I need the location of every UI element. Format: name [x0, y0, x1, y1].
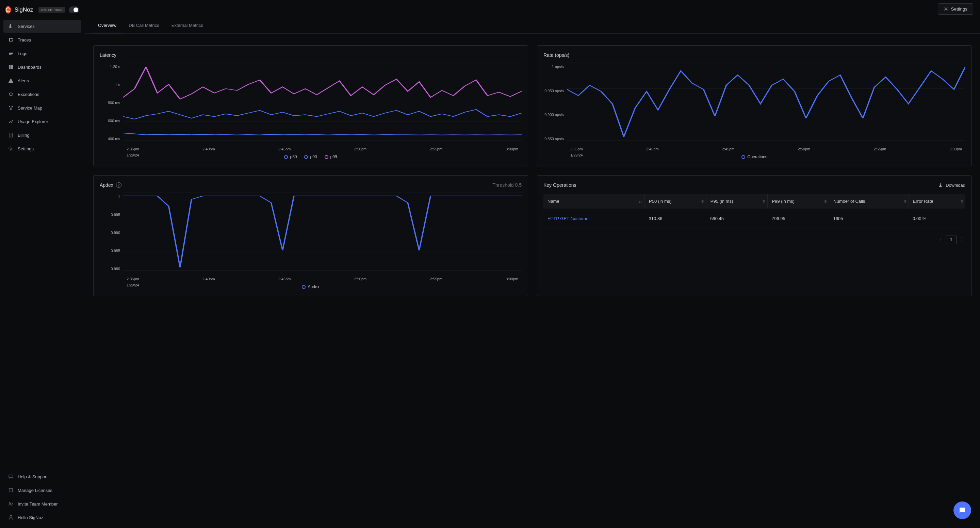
- pager: 〈 1 〉: [543, 235, 966, 244]
- sidebar-item-alerts[interactable]: Alerts: [3, 74, 81, 87]
- user-icon: [8, 515, 14, 520]
- legend-item-p90[interactable]: p90: [304, 154, 317, 159]
- col-p95[interactable]: P95 (in ms): [706, 194, 768, 208]
- col-calls[interactable]: Number of Calls: [829, 194, 908, 208]
- legend-item-apdex[interactable]: Apdex: [302, 285, 319, 289]
- sidebar-item-help[interactable]: Help & Support: [3, 470, 81, 483]
- panel-apdex: Apdex ? Threshold 0.5 10.9950.9900.9850.…: [93, 175, 528, 296]
- y-axis: 1.20 s1 s800 ms600 ms400 ms: [100, 63, 123, 151]
- chat-fab[interactable]: [953, 501, 971, 519]
- chart-icon: [8, 119, 14, 124]
- panel-title: Apdex: [100, 182, 113, 188]
- main: Settings Overview DB Call Metrics Extern…: [85, 0, 980, 528]
- cell-name[interactable]: HTTP GET /customer: [543, 208, 645, 229]
- col-p50[interactable]: P50 (in ms): [645, 194, 706, 208]
- panel-title: Key Operations: [543, 182, 576, 188]
- col-p99[interactable]: P99 (in ms): [768, 194, 829, 208]
- plot-area: 2:35pm2:40pm2:45pm2:50pm2:55pm3:00pm 1/2…: [566, 63, 966, 151]
- svg-point-5: [10, 148, 12, 150]
- plot-area: 2:35pm2:40pm2:45pm2:50pm2:55pm3:00pm 1/2…: [123, 63, 522, 151]
- tab-db-metrics[interactable]: DB Call Metrics: [123, 18, 165, 33]
- legend: Apdex: [100, 285, 522, 289]
- nav-label: Help & Support: [18, 474, 48, 479]
- pager-current[interactable]: 1: [946, 235, 956, 244]
- sidebar-item-exceptions[interactable]: Exceptions: [3, 88, 81, 101]
- legend-dot-icon: [325, 155, 328, 159]
- legend-item-p99[interactable]: p99: [325, 154, 337, 159]
- sidebar-item-traces[interactable]: Traces: [3, 33, 81, 46]
- legend-item-operations[interactable]: Operations: [741, 154, 767, 159]
- sidebar-item-billing[interactable]: Billing: [3, 129, 81, 142]
- legend: p50 p90 p99: [100, 154, 522, 159]
- col-error-rate[interactable]: Error Rate: [908, 194, 966, 208]
- bar-chart-icon: [8, 24, 14, 29]
- list-icon: [8, 51, 14, 56]
- legend-dot-icon: [284, 155, 288, 159]
- table-row[interactable]: HTTP GET /customer 310.86 590.45 796.95 …: [543, 208, 966, 229]
- x-axis: 2:35pm2:40pm2:45pm2:50pm2:55pm3:00pm: [567, 147, 966, 151]
- sidebar-item-services[interactable]: Services: [3, 20, 81, 33]
- search-icon[interactable]: [639, 199, 642, 204]
- panel-key-operations: Key Operations Download Name P50 (in ms)…: [537, 175, 972, 296]
- legend-dot-icon: [304, 155, 308, 159]
- chart-apdex[interactable]: 10.9950.9900.9850.980 2:35pm2:40pm2:45pm…: [100, 192, 522, 281]
- legend-label: p99: [331, 154, 337, 159]
- receipt-icon: [8, 132, 14, 138]
- sidebar-item-licenses[interactable]: Manage Licenses: [3, 484, 81, 497]
- legend-dot-icon: [741, 155, 745, 159]
- pager-prev[interactable]: 〈: [937, 237, 942, 243]
- x-axis: 2:35pm2:40pm2:45pm2:50pm2:55pm3:00pm: [123, 147, 522, 151]
- x-axis: 2:35pm2:40pm2:45pm2:50pm2:55pm3:00pm: [123, 277, 522, 281]
- panel-grid: Latency 1.20 s1 s800 ms600 ms400 ms 2:35…: [85, 34, 980, 308]
- tab-label: External Metrics: [172, 23, 203, 28]
- grid-icon: [8, 64, 14, 70]
- col-name[interactable]: Name: [543, 194, 645, 208]
- legend-label: p50: [290, 154, 297, 159]
- brand-name: SigNoz: [14, 6, 33, 13]
- x-date: 1/29/24: [570, 153, 583, 157]
- nav-label: Alerts: [18, 78, 29, 83]
- cell-err: 0.00 %: [908, 208, 966, 229]
- tab-overview[interactable]: Overview: [92, 18, 123, 33]
- download-button[interactable]: Download: [938, 183, 966, 188]
- sidebar-item-invite[interactable]: Invite Team Member: [3, 498, 81, 510]
- nav-label: Settings: [18, 146, 34, 151]
- bug-icon: [8, 92, 14, 97]
- help-icon[interactable]: ?: [116, 182, 121, 188]
- nav-label: Service Map: [18, 105, 42, 111]
- tab-external-metrics[interactable]: External Metrics: [165, 18, 209, 33]
- settings-button[interactable]: Settings: [938, 3, 973, 14]
- chart-latency[interactable]: 1.20 s1 s800 ms600 ms400 ms 2:35pm2:40pm…: [100, 63, 522, 151]
- sort-icon: [701, 198, 704, 204]
- legend-item-p50[interactable]: p50: [284, 154, 297, 159]
- chart-rate[interactable]: 1 ops/s0.950 ops/s0.900 ops/s0.850 ops/s…: [543, 63, 966, 151]
- download-label: Download: [946, 183, 966, 188]
- nav-label: Logs: [18, 51, 27, 56]
- legend-label: Operations: [747, 154, 767, 159]
- sidebar-item-usage-explorer[interactable]: Usage Explorer: [3, 115, 81, 128]
- nav-label: Invite Team Member: [18, 501, 58, 507]
- nav-label: Services: [18, 24, 35, 29]
- tab-label: DB Call Metrics: [129, 23, 159, 28]
- user-plus-icon: [8, 501, 14, 507]
- col-label: Error Rate: [913, 199, 933, 204]
- cell-p95: 590.45: [706, 208, 768, 229]
- sidebar-item-dashboards[interactable]: Dashboards: [3, 60, 81, 73]
- sidebar-item-hello[interactable]: Hello SigNoz: [3, 511, 81, 524]
- gear-icon: [943, 7, 948, 11]
- nav-label: Manage Licenses: [18, 488, 52, 493]
- license-icon: [8, 488, 14, 493]
- x-date: 1/29/24: [127, 283, 139, 287]
- sidebar-item-settings[interactable]: Settings: [3, 142, 81, 155]
- nav-label: Exceptions: [18, 92, 40, 97]
- panel-title: Rate (ops/s): [543, 52, 569, 58]
- brand: SigNoz ENTERPRISE: [0, 4, 85, 20]
- pager-next[interactable]: 〉: [961, 237, 966, 243]
- sidebar-item-service-map[interactable]: Service Map: [3, 102, 81, 114]
- sort-icon: [762, 198, 765, 204]
- nav-primary: Services Traces Logs Dashboards Alerts E…: [0, 20, 85, 155]
- theme-toggle[interactable]: [69, 6, 79, 13]
- sidebar-item-logs[interactable]: Logs: [3, 47, 81, 60]
- sidebar: SigNoz ENTERPRISE Services Traces Logs D…: [0, 0, 85, 528]
- legend: Operations: [543, 154, 966, 159]
